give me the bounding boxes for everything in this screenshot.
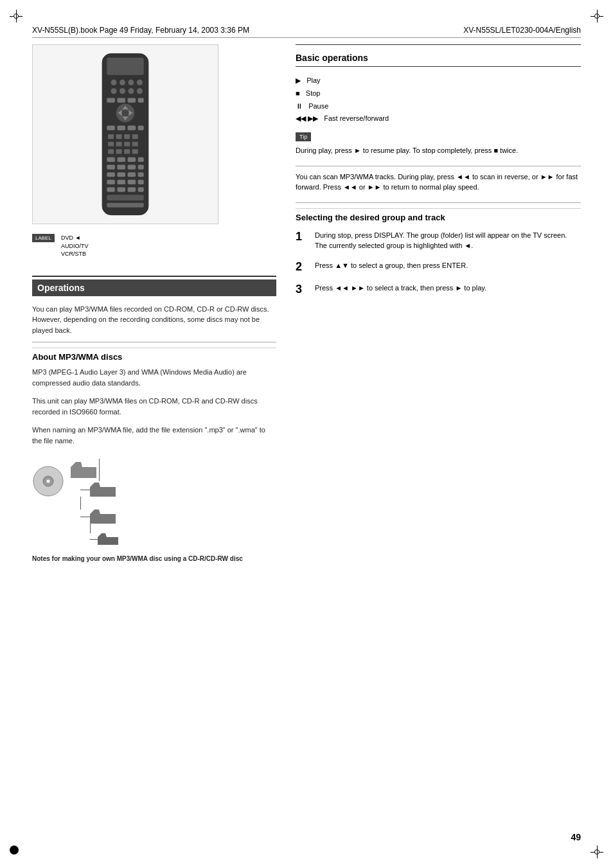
scan-text: You can scan MP3/WMA tracks. During play… (296, 172, 581, 193)
svg-rect-28 (108, 142, 114, 146)
svg-rect-24 (108, 134, 114, 139)
svg-rect-32 (108, 149, 114, 154)
reg-mark-tr (591, 10, 603, 22)
svg-rect-11 (117, 98, 125, 103)
step-2-text: Press ▲▼ to select a group, then press E… (315, 260, 468, 271)
reg-mark-tl (10, 10, 22, 22)
svg-rect-26 (124, 134, 130, 139)
operations-section-bar: Operations (32, 279, 276, 296)
page-header: XV-N55SL(B).book Page 49 Friday, Februar… (32, 26, 581, 38)
op-ff-rew: ◀◀ ▶▶ Fast reverse/forward (296, 112, 581, 125)
operations-intro-text: You can play MP3/WMA files recorded on C… (32, 304, 276, 336)
step-3: 3 Press ◄◄ ►► to select a track, then pr… (296, 283, 581, 296)
svg-rect-12 (128, 98, 136, 103)
folder-icon-2 (90, 483, 116, 497)
svg-point-19 (122, 109, 129, 116)
svg-rect-10 (107, 98, 115, 103)
folder-level3 (90, 533, 118, 545)
svg-rect-47 (138, 172, 144, 177)
disc-icon-svg (32, 465, 64, 497)
step-1-number: 1 (296, 230, 308, 244)
right-column: Basic operations ▶ Play ■ Stop ⏸ Pause ◀… (296, 44, 581, 563)
svg-rect-1 (107, 58, 143, 75)
step-3-number: 3 (296, 283, 308, 296)
svg-point-9 (137, 88, 143, 94)
svg-rect-36 (107, 157, 115, 162)
about-text-3: When naming an MP3/WMA file, add the fil… (32, 425, 276, 446)
disc-folder-diagram (32, 456, 276, 545)
svg-rect-54 (128, 187, 136, 191)
svg-rect-41 (117, 165, 125, 170)
svg-rect-38 (128, 157, 136, 162)
svg-rect-45 (117, 172, 125, 177)
svg-rect-48 (107, 180, 115, 184)
folder-level2a (80, 483, 118, 497)
operations-title: Operations (37, 283, 85, 293)
select-group-track-title: Selecting the desired group and track (296, 208, 581, 222)
page-number: 49 (571, 832, 581, 842)
step-1: 1 During stop, press DISPLAY. The group … (296, 230, 581, 251)
header-left-text: XV-N55SL(B).book Page 49 Friday, Februar… (32, 26, 249, 35)
svg-rect-53 (117, 187, 125, 191)
svg-rect-31 (132, 142, 138, 146)
tree-v-3 (90, 524, 91, 533)
left-column: LABEL DVD ◄ AUDIO/TV VCR/STB Operations … (32, 44, 276, 563)
svg-rect-30 (124, 142, 130, 146)
svg-point-2 (111, 80, 117, 85)
step-2: 2 Press ▲▼ to select a group, then press… (296, 260, 581, 274)
select-divider (296, 202, 581, 203)
svg-point-6 (111, 88, 117, 94)
steps-list: 1 During stop, press DISPLAY. The group … (296, 230, 581, 296)
scan-divider (296, 166, 581, 166)
svg-rect-33 (116, 149, 122, 154)
about-mp3-title: About MP3/WMA discs (32, 348, 276, 362)
svg-rect-13 (138, 98, 144, 103)
svg-rect-42 (128, 165, 136, 170)
svg-rect-25 (116, 134, 122, 139)
header-right-text: XV-N55SL/LET0230-004A/English (463, 26, 581, 35)
svg-rect-46 (128, 172, 136, 177)
notes-text: Notes for making your own MP3/WMA disc u… (32, 554, 276, 563)
tree-h-3 (90, 539, 98, 540)
svg-rect-40 (107, 165, 115, 170)
svg-rect-44 (107, 172, 115, 177)
main-layout: LABEL DVD ◄ AUDIO/TV VCR/STB Operations … (32, 44, 581, 563)
tip-label: Tip (296, 132, 311, 141)
folder-tree (71, 459, 118, 545)
about-text-1: MP3 (MPEG-1 Audio Layer 3) and WMA (Wind… (32, 367, 276, 388)
label-box: LABEL (32, 234, 55, 242)
folder-icon-4 (98, 533, 118, 545)
svg-rect-43 (138, 165, 144, 170)
tree-line-v1 (99, 459, 100, 481)
svg-rect-56 (107, 195, 143, 200)
basic-ops-divider-top (296, 44, 581, 45)
reg-mark-bl (10, 846, 22, 858)
op-pause: ⏸ Pause (296, 100, 581, 113)
svg-rect-55 (138, 187, 144, 191)
step-3-text: Press ◄◄ ►► to select a track, then pres… (315, 283, 486, 294)
basic-ops-title: Basic operations (296, 53, 581, 67)
mode-vcr: VCR/STB (61, 250, 89, 258)
remote-svg (87, 51, 164, 218)
mode-audio: AUDIO/TV (61, 242, 89, 251)
svg-rect-51 (138, 180, 144, 184)
tree-v-2 (80, 497, 81, 509)
svg-rect-29 (116, 142, 122, 146)
remote-image (32, 44, 218, 224)
svg-rect-49 (117, 180, 125, 184)
reg-mark-br (591, 846, 603, 858)
folder-icon-1 (71, 462, 96, 478)
svg-point-60 (46, 479, 50, 483)
svg-rect-52 (107, 187, 115, 191)
step-2-number: 2 (296, 260, 308, 274)
svg-rect-22 (128, 126, 136, 130)
svg-rect-37 (117, 157, 125, 162)
about-divider (32, 342, 276, 342)
ops-list: ▶ Play ■ Stop ⏸ Pause ◀◀ ▶▶ Fast reverse… (296, 75, 581, 125)
svg-point-4 (128, 80, 134, 85)
section-divider (32, 276, 276, 277)
svg-point-5 (137, 80, 143, 85)
op-play: ▶ Play (296, 75, 581, 87)
folder-level1 (71, 459, 118, 481)
page-container: XV-N55SL(B).book Page 49 Friday, Februar… (0, 0, 613, 868)
